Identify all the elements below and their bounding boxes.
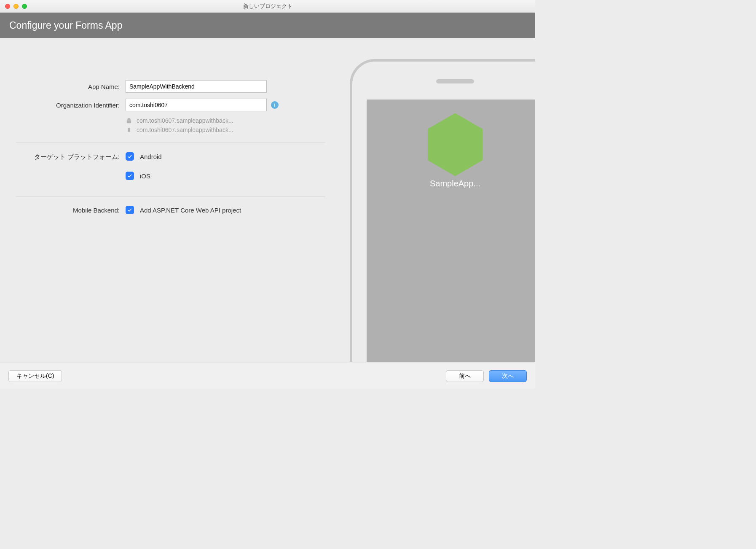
page-title: Configure your Forms App (9, 20, 122, 31)
next-button[interactable]: 次へ (489, 370, 527, 382)
label-org-id: Organization Identifier: (16, 102, 126, 109)
checkbox-backend[interactable] (126, 206, 134, 214)
checkbox-backend-label: Add ASP.NET Core Web API project (140, 207, 241, 214)
checkbox-android[interactable] (126, 152, 134, 161)
label-platforms: ターゲット プラットフォーム: (16, 152, 126, 161)
separator-2 (16, 196, 325, 196)
preview-app-label: SampleApp... (430, 179, 480, 188)
separator (16, 143, 325, 143)
row-app-name: App Name: (16, 80, 325, 93)
svg-point-1 (129, 131, 129, 132)
hint-android-text: com.toshi0607.sampleappwithback... (137, 117, 233, 124)
titlebar: 新しいプロジェクト (0, 0, 535, 13)
app-hex-icon (428, 113, 483, 176)
row-platforms: ターゲット プラットフォーム: Android iOS (16, 152, 325, 187)
checkbox-row-backend: Add ASP.NET Core Web API project (126, 206, 241, 214)
svg-marker-2 (428, 113, 483, 176)
device-speaker (436, 79, 474, 83)
row-org-id: Organization Identifier: i (16, 99, 325, 111)
label-app-name: App Name: (16, 83, 126, 90)
android-icon (126, 118, 132, 124)
device-frame: SampleApp... (350, 59, 535, 362)
form-area: App Name: Organization Identifier: i com… (0, 38, 341, 362)
content-area: App Name: Organization Identifier: i com… (0, 38, 535, 362)
row-backend: Mobile Backend: Add ASP.NET Core Web API… (16, 206, 325, 214)
header-banner: Configure your Forms App (0, 13, 535, 38)
hint-android: com.toshi0607.sampleappwithback... (126, 117, 325, 124)
hint-ios-text: com.toshi0607.sampleappwithback... (137, 126, 233, 133)
input-org-id[interactable] (126, 99, 267, 111)
input-app-name[interactable] (126, 80, 267, 93)
checkbox-row-ios: iOS (126, 172, 150, 180)
info-icon[interactable]: i (271, 101, 279, 109)
cancel-button[interactable]: キャンセル(C) (8, 370, 62, 382)
preview-area: SampleApp... (341, 38, 535, 362)
checkbox-android-label: Android (140, 153, 162, 160)
checkbox-ios[interactable] (126, 172, 134, 180)
device-screen: SampleApp... (367, 100, 535, 362)
phone-icon (126, 127, 132, 133)
window-title: 新しいプロジェクト (0, 3, 535, 10)
hint-ios: com.toshi0607.sampleappwithback... (126, 126, 325, 133)
label-backend: Mobile Backend: (16, 207, 126, 214)
checkbox-row-android: Android (126, 152, 162, 161)
footer: キャンセル(C) 前へ 次へ (0, 363, 535, 389)
back-button[interactable]: 前へ (446, 370, 484, 382)
checkbox-ios-label: iOS (140, 172, 150, 180)
